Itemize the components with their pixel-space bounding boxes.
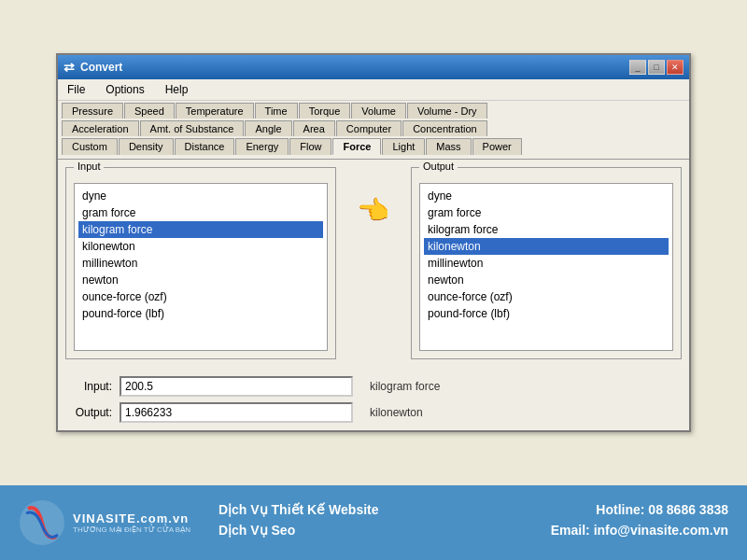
- input-item-pound-force[interactable]: pound-force (lbf): [78, 305, 323, 322]
- menu-bar: File Options Help: [58, 79, 689, 101]
- title-bar: ⇄ Convert _ □ ✕: [58, 55, 689, 79]
- input-item-kilonewton[interactable]: kilonewton: [78, 238, 323, 255]
- minimize-button[interactable]: _: [629, 60, 646, 75]
- tab-substance[interactable]: Amt. of Substance: [140, 120, 245, 136]
- hotline: Hotline: 08 8686 3838: [551, 502, 728, 517]
- tab-concentration[interactable]: Concentration: [402, 120, 487, 136]
- tab-row-3: Custom Density Distance Energy Flow Forc…: [62, 138, 685, 156]
- input-item-ounce-force[interactable]: ounce-force (ozf): [78, 288, 323, 305]
- menu-options[interactable]: Options: [100, 81, 149, 98]
- menu-file[interactable]: File: [62, 81, 91, 98]
- tab-density[interactable]: Density: [119, 138, 174, 155]
- input-item-newton[interactable]: newton: [78, 272, 323, 288]
- panels: Input dyne gram force kilogram force kil…: [65, 167, 682, 365]
- input-list[interactable]: dyne gram force kilogram force kilonewto…: [74, 183, 328, 351]
- banner: VINASITE.com.vn THƯƠNG MẠI ĐIỆN TỬ CỬA B…: [0, 485, 747, 560]
- output-group-label: Output: [419, 161, 458, 172]
- maximize-button[interactable]: □: [648, 60, 665, 75]
- tab-row-2: Acceleration Amt. of Substance Angle Are…: [62, 120, 685, 137]
- menu-help[interactable]: Help: [160, 81, 194, 98]
- logo-sub: THƯƠNG MẠI ĐIỆN TỬ CỬA BẠN: [73, 525, 190, 534]
- tabs-container: Pressure Speed Temperature Time Torque V…: [58, 101, 689, 159]
- input-field-row: Input: kilogram force: [65, 376, 682, 397]
- tab-pressure[interactable]: Pressure: [62, 103, 123, 119]
- output-item-ounce-force[interactable]: ounce-force (ozf): [424, 288, 669, 305]
- tab-volume[interactable]: Volume: [351, 103, 406, 119]
- output-field-row: Output: kilonewton: [65, 402, 682, 423]
- convert-arrow-icon: 👉: [358, 195, 390, 226]
- arrow-area: 👉: [345, 167, 402, 226]
- output-value-field[interactable]: [120, 402, 353, 423]
- content-area: Input dyne gram force kilogram force kil…: [58, 159, 689, 430]
- tab-power[interactable]: Power: [472, 138, 522, 155]
- output-panel: Output dyne gram force kilogram force ki…: [411, 167, 682, 365]
- output-item-newton[interactable]: newton: [424, 272, 669, 288]
- tab-angle[interactable]: Angle: [245, 120, 291, 136]
- banner-logo: VINASITE.com.vn THƯƠNG MẠI ĐIỆN TỬ CỬA B…: [19, 499, 190, 546]
- email: Email: info@vinasite.com.vn: [551, 523, 728, 538]
- tab-light[interactable]: Light: [382, 138, 425, 155]
- tab-torque[interactable]: Torque: [299, 103, 351, 119]
- app-icon: ⇄: [63, 60, 75, 75]
- main-container: ⇄ Convert _ □ ✕ File Options Help Pressu…: [0, 0, 747, 560]
- window-title: Convert: [80, 61, 122, 74]
- tab-force[interactable]: Force: [332, 138, 381, 155]
- input-item-kilogram-force[interactable]: kilogram force: [78, 221, 323, 238]
- tab-mass[interactable]: Mass: [426, 138, 471, 155]
- tab-energy[interactable]: Energy: [235, 138, 289, 155]
- tab-volume-dry[interactable]: Volume - Dry: [407, 103, 487, 119]
- banner-services: Dịch Vụ Thiết Kế Website Dịch Vụ Seo: [209, 502, 532, 543]
- logo-text-container: VINASITE.com.vn THƯƠNG MẠI ĐIỆN TỬ CỬA B…: [73, 511, 190, 534]
- tab-acceleration[interactable]: Acceleration: [62, 120, 139, 136]
- input-value-field[interactable]: [120, 376, 353, 397]
- tab-area[interactable]: Area: [293, 120, 335, 136]
- tab-time[interactable]: Time: [255, 103, 298, 119]
- tab-flow[interactable]: Flow: [289, 138, 331, 155]
- output-item-millinewton[interactable]: millinewton: [424, 255, 669, 272]
- output-item-pound-force[interactable]: pound-force (lbf): [424, 305, 669, 322]
- input-groupbox: Input dyne gram force kilogram force kil…: [65, 167, 336, 359]
- tab-row-1: Pressure Speed Temperature Time Torque V…: [62, 103, 685, 119]
- fields-area: Input: kilogram force Output: kilonewton: [65, 376, 682, 423]
- input-item-gram-force[interactable]: gram force: [78, 204, 323, 221]
- tab-temperature[interactable]: Temperature: [176, 103, 254, 119]
- output-item-kilogram-force[interactable]: kilogram force: [424, 221, 669, 238]
- input-panel: Input dyne gram force kilogram force kil…: [65, 167, 336, 365]
- logo-brand: VINASITE.com.vn: [73, 511, 190, 525]
- output-item-kilonewton[interactable]: kilonewton: [424, 238, 669, 255]
- output-item-gram-force[interactable]: gram force: [424, 204, 669, 221]
- tab-custom[interactable]: Custom: [62, 138, 118, 155]
- output-groupbox: Output dyne gram force kilogram force ki…: [411, 167, 682, 359]
- title-bar-controls: _ □ ✕: [629, 60, 684, 75]
- tab-computer[interactable]: Computer: [336, 120, 402, 136]
- window-area: ⇄ Convert _ □ ✕ File Options Help Pressu…: [0, 0, 747, 485]
- vinasite-logo-icon: [19, 499, 65, 546]
- input-group-label: Input: [74, 161, 104, 172]
- output-item-dyne[interactable]: dyne: [424, 188, 669, 204]
- tab-distance[interactable]: Distance: [175, 138, 235, 155]
- input-item-dyne[interactable]: dyne: [78, 188, 323, 204]
- input-item-millinewton[interactable]: millinewton: [78, 255, 323, 272]
- close-button[interactable]: ✕: [667, 60, 684, 75]
- service-seo: Dịch Vụ Seo: [218, 523, 532, 538]
- tab-speed[interactable]: Speed: [124, 103, 175, 119]
- title-bar-left: ⇄ Convert: [63, 60, 122, 75]
- input-field-label: Input:: [65, 380, 112, 393]
- banner-contact: Hotline: 08 8686 3838 Email: info@vinasi…: [551, 502, 728, 543]
- convert-window: ⇄ Convert _ □ ✕ File Options Help Pressu…: [56, 53, 691, 432]
- input-unit-label: kilogram force: [370, 380, 440, 393]
- output-list[interactable]: dyne gram force kilogram force kilonewto…: [419, 183, 673, 351]
- output-unit-label: kilonewton: [370, 406, 423, 419]
- service-website: Dịch Vụ Thiết Kế Website: [218, 502, 532, 517]
- output-field-label: Output:: [65, 406, 112, 419]
